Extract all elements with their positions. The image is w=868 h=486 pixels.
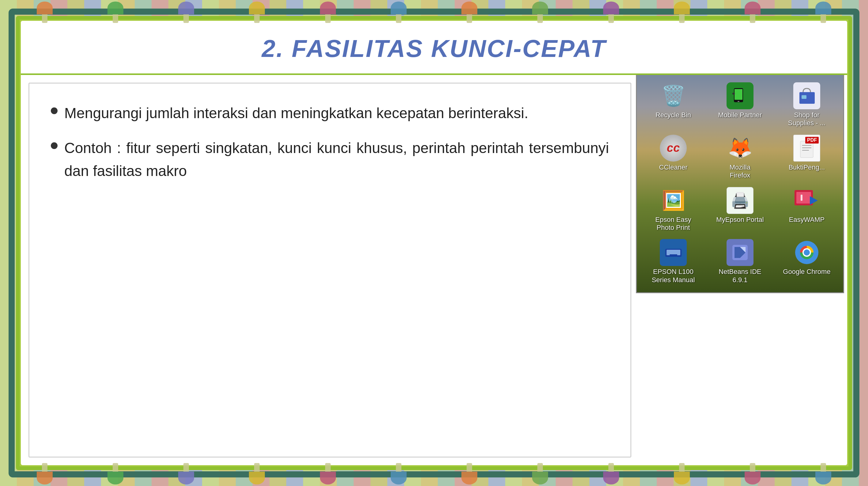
easywamp-label: EasyWAMP [789,216,825,224]
slide-header: 2. FASILITAS KUNCI-CEPAT [21,21,847,75]
deco-shape-8 [532,2,548,23]
recycle-bin-icon: 🗑️ [660,82,687,109]
left-panel: Mengurangi jumlah interaksi dan meningka… [29,83,631,457]
deco-shape-b11 [745,463,761,484]
mobile-partner-label: Mobile Partner [718,111,762,119]
netbeans-icon [726,239,753,266]
desktop-icon-mobile-partner[interactable]: Mobile Partner [707,79,773,131]
epson-easy-icon: 🖼️ [660,187,687,214]
svg-rect-5 [802,95,806,99]
desktop-icon-netbeans[interactable]: NetBeans IDE6.9.1 [707,235,773,288]
recycle-bin-label: Recycle Bin [655,111,691,119]
netbeans-label: NetBeans IDE6.9.1 [719,268,761,284]
desktop-icon-mozilla-firefox[interactable]: 🦊 MozillaFirefox [707,131,773,183]
deco-shape-4 [249,2,265,23]
epson-l100-icon [660,239,687,266]
deco-shape-b10 [674,463,690,484]
svg-point-20 [804,250,810,256]
deco-shape-b3 [178,463,194,484]
deco-shape-12 [815,2,831,23]
deco-shape-b6 [391,463,407,484]
svg-marker-12 [810,196,818,205]
svg-rect-3 [732,93,735,95]
mobile-partner-icon [726,82,753,109]
svg-rect-1 [735,89,742,100]
deco-shape-1 [37,2,53,23]
deco-shape-b4 [249,463,265,484]
bullet-text-1: Mengurangi jumlah interaksi dan meningka… [64,102,528,125]
desktop-icon-easywamp[interactable]: EasyWAMP [773,183,840,236]
deco-shape-10 [674,2,690,23]
desktop-screenshot: 🗑️ Recycle Bin Mobile Partner Shop forSu… [636,75,844,293]
slide-body: Mengurangi jumlah interaksi dan meningka… [21,75,847,465]
epson-l100-label: EPSON L100Series Manual [652,268,695,284]
deco-shape-7 [461,2,477,23]
desktop-icon-ccleaner[interactable]: cc CCleaner [640,131,707,183]
desktop-icon-recycle-bin[interactable]: 🗑️ Recycle Bin [640,79,707,131]
ccleaner-label: CCleaner [659,163,688,171]
myepson-icon: 🖨️ [726,187,753,214]
shop-for-supplies-label: Shop forSupplies - ... [788,111,826,127]
svg-rect-2 [738,101,739,102]
desktop-icon-epson-l100[interactable]: EPSON L100Series Manual [640,235,707,288]
deco-shape-6 [391,2,407,23]
deco-bottom-bar [0,463,868,486]
easywamp-icon [793,187,820,214]
deco-top-bar [0,0,868,23]
deco-shape-3 [178,2,194,23]
bukti-peng-label: BuktiPeng... [789,163,825,171]
deco-shape-2 [107,2,123,23]
svg-rect-13 [801,195,803,201]
deco-shape-5 [320,2,336,23]
svg-rect-16 [670,254,677,255]
shop-for-supplies-icon [793,82,820,109]
deco-shape-b7 [461,463,477,484]
mozilla-firefox-label: MozillaFirefox [730,163,750,180]
desktop-icon-myepson[interactable]: 🖨️ MyEpson Portal [707,183,773,236]
bullet-dot-2 [51,142,58,149]
slide-title: 2. FASILITAS KUNCI-CEPAT [45,35,823,63]
desktop-icon-shop-for-supplies[interactable]: Shop forSupplies - ... [773,79,840,131]
ccleaner-icon: cc [660,135,687,162]
slide-container: 2. FASILITAS KUNCI-CEPAT Mengurangi juml… [21,21,847,465]
bullet-item-1: Mengurangi jumlah interaksi dan meningka… [51,102,609,125]
desktop-icon-google-chrome[interactable]: Google Chrome [773,235,840,288]
google-chrome-label: Google Chrome [783,268,830,276]
mozilla-firefox-icon: 🦊 [726,135,753,162]
deco-shape-b2 [107,463,123,484]
deco-shape-b12 [815,463,831,484]
deco-shape-b5 [320,463,336,484]
bullet-item-2: Contoh : fitur seperti singkatan, kunci … [51,137,609,183]
deco-shape-b9 [603,463,619,484]
deco-shape-9 [603,2,619,23]
deco-shape-b1 [37,463,53,484]
desktop-icon-bukti-peng[interactable]: PDF BuktiPeng... [773,131,840,183]
myepson-label: MyEpson Portal [716,216,764,224]
svg-rect-6 [800,141,813,158]
deco-shape-b8 [532,463,548,484]
svg-rect-11 [796,192,811,203]
epson-easy-label: Epson EasyPhoto Print [655,216,691,232]
right-panel: 🗑️ Recycle Bin Mobile Partner Shop forSu… [636,75,847,465]
bullet-text-2: Contoh : fitur seperti singkatan, kunci … [64,137,609,183]
deco-shape-11 [745,2,761,23]
google-chrome-icon [793,239,820,266]
bukti-peng-icon: PDF [793,135,820,162]
desktop-icon-epson-easy[interactable]: 🖼️ Epson EasyPhoto Print [640,183,707,236]
bullet-dot-1 [51,107,58,114]
